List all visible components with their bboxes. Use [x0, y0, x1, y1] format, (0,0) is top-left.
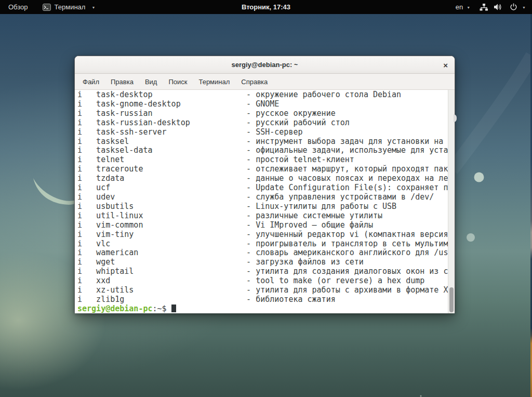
system-menu-button[interactable]: ▼: [508, 0, 528, 14]
network-wired-icon[interactable]: [480, 3, 488, 11]
volume-icon[interactable]: [494, 3, 502, 11]
terminal-line: i traceroute - отслеживает маршрут, кото…: [77, 165, 455, 174]
terminal-line: i whiptail - утилита для создания диалог…: [77, 267, 455, 276]
scrollbar[interactable]: [448, 90, 455, 313]
wallpaper-streak-2: [452, 56, 532, 170]
terminal-line: i task-ssh-server - SSH-сервер: [77, 128, 455, 137]
terminal-line: i usbutils - Linux-утилиты для работы с …: [77, 202, 455, 211]
terminal-line: i wamerican - словарь американского англ…: [77, 248, 455, 258]
terminal-line: i task-desktop - окружение рабочего стол…: [77, 90, 455, 100]
terminal-line: i ucf - Update Configuration File(s): со…: [77, 183, 455, 193]
menu-item-edit[interactable]: Правка: [105, 74, 139, 89]
menu-item-view[interactable]: Вид: [139, 74, 163, 89]
scrollbar-thumb[interactable]: [449, 287, 454, 312]
top-bar: Обзор Терминал ▼ Вторник, 17:43 en ▼: [0, 0, 532, 14]
terminal-line: i xz-utils - утилита для работы с архива…: [77, 286, 455, 295]
terminal-line: i udev - служба управления устройствами …: [77, 193, 455, 202]
terminal-line: i task-gnome-desktop - GNOME: [77, 100, 455, 109]
prompt-line: sergiy@debian-pc:~$: [77, 305, 455, 313]
terminal-line: i xxd - tool to make (or reverse) a hex …: [77, 276, 455, 286]
chevron-down-icon: ▼: [467, 6, 470, 9]
menu-item-search[interactable]: Поиск: [163, 74, 193, 89]
menu-item-file[interactable]: Файл: [77, 74, 105, 89]
terminal-content-area[interactable]: i task-desktop - окружение рабочего стол…: [75, 90, 455, 313]
wallpaper-dot-1: [474, 173, 484, 182]
terminal-line: i tasksel-data - официальные задачи, исп…: [77, 146, 455, 155]
terminal-line: i wget - загрузка файлов из сети: [77, 258, 455, 267]
keyboard-layout-indicator[interactable]: en ▼: [451, 0, 474, 14]
window-titlebar[interactable]: sergiy@debian-pc: ~ ×: [75, 56, 455, 74]
terminal-output: i task-desktop - окружение рабочего стол…: [77, 90, 455, 305]
wallpaper-dot-3: [420, 395, 422, 397]
terminal-line: i task-russian - русское окружение: [77, 109, 455, 118]
menu-bar: ФайлПравкаВидПоискТерминалСправка: [75, 74, 455, 90]
terminal-line: i task-russian-desktop - русский рабочий…: [77, 118, 455, 128]
wallpaper-dot-2: [467, 233, 475, 242]
terminal-line: i vim-common - Vi IMproved — общие файлы: [77, 221, 455, 230]
prompt-suffix: :~$: [153, 304, 171, 313]
chevron-down-icon: ▼: [522, 6, 526, 9]
close-button[interactable]: ×: [443, 61, 448, 69]
window-title: sergiy@debian-pc: ~: [232, 61, 298, 69]
terminal-line: i zlib1g - библиотека сжатия: [77, 295, 455, 305]
keyboard-layout-label: en: [456, 3, 463, 11]
terminal-line: i telnet - простой telnet-клиент: [77, 155, 455, 165]
terminal-cursor: [171, 305, 176, 312]
terminal-line: i vlc - проигрыватель и транслятор в сет…: [77, 240, 455, 249]
terminal-line: i util-linux - различные системные утили…: [77, 211, 455, 221]
terminal-window: sergiy@debian-pc: ~ × ФайлПравкаВидПоиск…: [74, 56, 455, 313]
prompt-user-host: sergiy@debian-pc: [77, 304, 153, 313]
terminal-line: i vim-tiny - улучшенный редактор vi (ком…: [77, 230, 455, 240]
terminal-line: i tzdata - данные о часовых поясах и пер…: [77, 174, 455, 183]
terminal-line: i tasksel - инструмент выбора задач для …: [77, 137, 455, 147]
menu-item-help[interactable]: Справка: [235, 74, 273, 89]
power-icon: [510, 3, 517, 11]
menu-item-terminal[interactable]: Терминал: [193, 74, 235, 89]
